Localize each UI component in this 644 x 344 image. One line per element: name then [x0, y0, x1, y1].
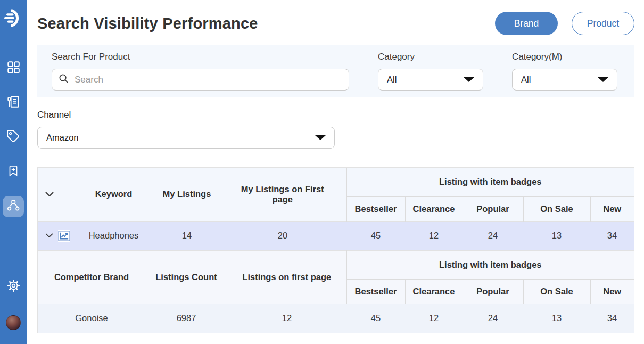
category-label: Category [378, 51, 483, 62]
bookmark-add-icon [7, 165, 20, 179]
tag-icon [6, 129, 20, 145]
category-m-filter-group: Category(M) All [512, 51, 617, 91]
category-filter-group: Category All [378, 51, 483, 91]
on-sale-cell: 13 [523, 304, 590, 333]
first-page-cell: 20 [219, 221, 346, 250]
row-expand-chevron-icon[interactable] [45, 233, 53, 238]
sidebar-bottom [3, 276, 24, 330]
main-content: Search Visibility Performance Brand Prod… [27, 0, 644, 344]
badges-group-header: Listing with item badges [346, 168, 634, 196]
sidebar-item-tags[interactable] [3, 127, 24, 148]
bestseller-cell: 45 [346, 304, 405, 333]
sidebar [0, 0, 27, 344]
caret-down-icon [315, 135, 326, 140]
column-header-my-listings: My Listings [155, 168, 219, 221]
category-m-label: Category(M) [512, 51, 617, 62]
keyword-row: Headphones 14 20 45 12 24 13 34 [38, 221, 634, 250]
app-root: Search Visibility Performance Brand Prod… [0, 0, 644, 344]
new-cell: 34 [590, 221, 634, 250]
on-sale-cell: 13 [523, 221, 590, 250]
sidebar-item-bookmark[interactable] [3, 161, 24, 183]
column-header-keyword: Keyword [72, 168, 155, 221]
brand-button[interactable]: Brand [495, 12, 558, 35]
view-toggle-buttons: Brand Product [495, 12, 634, 35]
column-header-bestseller: Bestseller [346, 196, 405, 221]
caret-down-icon [598, 77, 608, 82]
column-header-clearance: Clearance [405, 280, 463, 304]
column-header-new: New [590, 196, 634, 221]
category-m-select-value: All [521, 75, 531, 85]
popular-cell: 24 [463, 304, 523, 333]
column-header-popular: Popular [463, 280, 523, 304]
page-title: Search Visibility Performance [37, 15, 258, 32]
channel-label: Channel [37, 109, 634, 120]
column-header-on-sale: On Sale [523, 196, 590, 221]
dashboard-grid-icon [6, 60, 20, 76]
listings-first-page-cell: 12 [227, 304, 346, 333]
column-header-listings-count: Listings Count [145, 251, 227, 304]
hierarchy-icon [6, 199, 20, 215]
column-header-clearance: Clearance [405, 196, 463, 221]
search-label: Search For Product [52, 51, 349, 62]
expand-all-chevron-icon[interactable] [45, 192, 54, 197]
category-select-value: All [387, 75, 397, 85]
line-chart-icon[interactable] [58, 230, 70, 242]
visibility-table: Keyword My Listings My Listings on First… [37, 167, 634, 333]
column-header-competitor-brand: Competitor Brand [38, 251, 145, 304]
new-cell: 34 [590, 304, 634, 333]
sidebar-nav [3, 58, 24, 217]
search-input[interactable] [73, 74, 342, 86]
settings-gear-icon [7, 279, 20, 294]
user-avatar[interactable] [6, 315, 21, 330]
keyword-cell: Headphones [72, 221, 155, 250]
my-listings-cell: 14 [155, 221, 219, 250]
sidebar-item-ledger[interactable] [3, 92, 24, 113]
column-header-first-page: My Listings on First page [219, 168, 346, 221]
channel-select[interactable]: Amazon [37, 127, 335, 149]
clearance-cell: 12 [405, 304, 463, 333]
search-icon [59, 73, 69, 86]
app-logo-icon[interactable] [2, 6, 25, 30]
filter-band: Search For Product Category All [37, 45, 634, 97]
competitor-table: Competitor Brand Listings Count Listings… [38, 250, 634, 333]
search-filter-group: Search For Product [52, 51, 349, 91]
listings-count-cell: 6987 [145, 304, 227, 333]
column-header-new: New [590, 280, 634, 304]
popular-cell: 24 [463, 221, 523, 250]
product-button[interactable]: Product [572, 12, 634, 35]
category-m-select[interactable]: All [512, 69, 617, 91]
sidebar-item-hierarchy[interactable] [3, 196, 24, 217]
ledger-icon [6, 95, 20, 111]
sidebar-item-dashboard[interactable] [3, 58, 24, 79]
clearance-cell: 12 [405, 221, 463, 250]
page-header: Search Visibility Performance Brand Prod… [37, 12, 634, 35]
search-box [52, 69, 349, 91]
caret-down-icon [464, 77, 474, 82]
bestseller-cell: 45 [346, 221, 405, 250]
column-header-popular: Popular [463, 196, 523, 221]
competitor-brand-cell: Gonoise [38, 304, 145, 333]
category-select[interactable]: All [378, 69, 483, 91]
channel-filter-group: Channel Amazon [37, 109, 634, 149]
settings-button[interactable] [3, 276, 24, 297]
column-header-bestseller: Bestseller [346, 280, 405, 304]
column-header-on-sale: On Sale [523, 280, 590, 304]
competitor-row: Gonoise 6987 12 45 12 24 13 34 [38, 304, 634, 333]
keyword-table: Keyword My Listings My Listings on First… [38, 168, 634, 250]
badges-group-header: Listing with item badges [346, 251, 634, 280]
column-header-listings-first-page: Listings on first page [227, 251, 346, 304]
channel-select-value: Amazon [46, 133, 79, 143]
